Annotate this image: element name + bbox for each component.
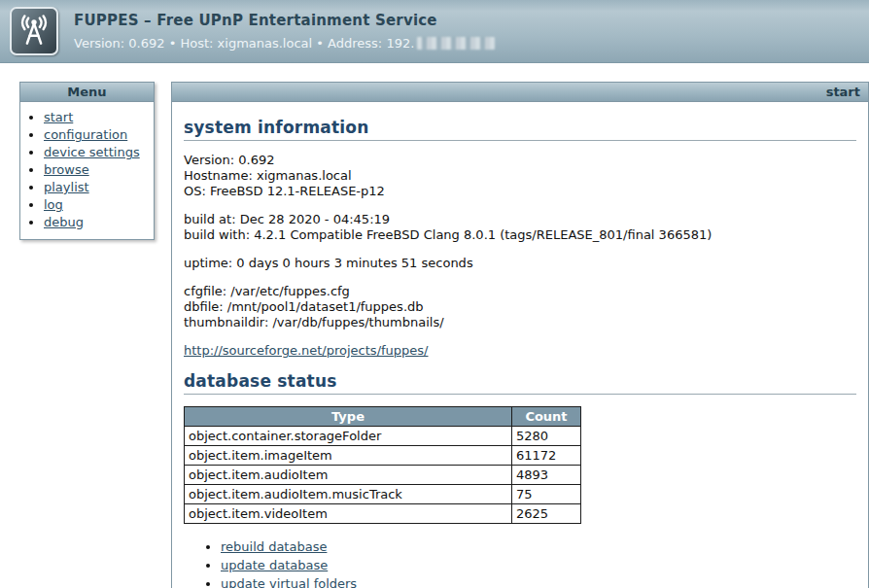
content-body: system information Version: 0.692 Hostna…: [172, 102, 868, 588]
system-information-heading: system information: [184, 118, 856, 137]
banner-text: FUPPES – Free UPnP Entertainment Service…: [74, 12, 495, 51]
table-row: object.item.videoItem 2625: [185, 504, 581, 524]
menu-item-configuration[interactable]: configuration: [44, 127, 127, 142]
update-virtual-folders-link[interactable]: update virtual folders: [221, 576, 357, 588]
spacer: [184, 271, 856, 284]
cell-type: object.container.storageFolder: [185, 427, 512, 446]
current-page-label: start: [826, 85, 860, 99]
cell-type: object.item.audioItem: [185, 466, 512, 485]
cell-count: 5280: [512, 427, 581, 446]
menu-header: Menu: [20, 83, 154, 102]
menu-item-playlist[interactable]: playlist: [44, 180, 89, 194]
menu-list-item: start: [44, 110, 154, 124]
cell-count: 61172: [512, 446, 581, 466]
database-status-table: Type Count object.container.storageFolde…: [184, 406, 581, 524]
cell-type: object.item.imageItem: [185, 446, 512, 466]
build-with-line: build with: 4.2.1 Compatible FreeBSD Cla…: [184, 227, 856, 243]
app-meta: Version: 0.692 • Host: xigmanas.local • …: [74, 36, 495, 51]
cell-type: object.item.videoItem: [185, 504, 512, 524]
spacer: [184, 243, 856, 256]
section-divider: [184, 140, 856, 141]
page: FUPPES – Free UPnP Entertainment Service…: [0, 0, 869, 588]
menu-list-item: configuration: [44, 127, 154, 142]
build-at-line: build at: Dec 28 2020 - 04:45:19: [184, 212, 856, 227]
menu-list-item: playlist: [44, 180, 154, 194]
content-panel: start system information Version: 0.692 …: [171, 82, 869, 588]
hostname-line: Hostname: xigmanas.local: [184, 168, 856, 184]
table-header-row: Type Count: [185, 407, 581, 427]
database-status-heading: database status: [184, 371, 856, 391]
sourceforge-link[interactable]: http://sourceforge.net/projects/fuppes/: [184, 343, 428, 358]
table-row: object.item.imageItem 61172: [185, 446, 581, 466]
dbfile-line: dbfile: /mnt/pool1/dataset1/fuppes.db: [184, 299, 856, 315]
table-row: object.item.audioItem.musicTrack 75: [185, 485, 581, 504]
cell-type: object.item.audioItem.musicTrack: [185, 485, 512, 504]
content-header: start: [172, 83, 868, 102]
menu-item-start[interactable]: start: [44, 110, 73, 124]
spacer: [184, 199, 856, 212]
uptime-line: uptime: 0 days 0 hours 3 minutes 51 seco…: [184, 256, 856, 271]
fuppes-logo: [10, 7, 58, 55]
rebuild-database-link[interactable]: rebuild database: [221, 539, 327, 554]
os-line: OS: FreeBSD 12.1-RELEASE-p12: [184, 184, 856, 199]
version-line: Version: 0.692: [184, 153, 856, 168]
cfgfile-line: cfgfile: /var/etc/fuppes.cfg: [184, 284, 856, 299]
table-header-type: Type: [185, 407, 512, 427]
app-meta-text: Version: 0.692 • Host: xigmanas.local • …: [74, 36, 414, 51]
menu-item-device-settings[interactable]: device settings: [44, 145, 140, 159]
section-divider: [184, 394, 856, 395]
menu-list-item: device settings: [44, 145, 154, 159]
menu-list: start configuration device settings brow…: [20, 110, 154, 229]
thumbnaildir-line: thumbnaildir: /var/db/fuppes/thumbnails/: [184, 315, 856, 330]
menu-list-item: log: [44, 197, 154, 212]
menu-list-item: browse: [44, 162, 154, 177]
menu-item-debug[interactable]: debug: [44, 215, 84, 229]
table-row: object.item.audioItem 4893: [185, 466, 581, 485]
menu-panel: Menu start configuration device settings…: [19, 82, 155, 240]
action-list-item: update database: [221, 558, 856, 572]
app-banner: FUPPES – Free UPnP Entertainment Service…: [0, 0, 869, 63]
antenna-icon: [16, 14, 52, 49]
update-database-link[interactable]: update database: [221, 558, 328, 572]
database-actions-list: rebuild database update database update …: [197, 539, 856, 588]
cell-count: 2625: [512, 504, 581, 524]
table-row: object.container.storageFolder 5280: [185, 427, 581, 446]
menu-list-item: debug: [44, 215, 154, 229]
action-list-item: update virtual folders: [221, 576, 856, 588]
redacted-address: [417, 37, 495, 50]
app-title: FUPPES – Free UPnP Entertainment Service: [74, 12, 495, 29]
cell-count: 75: [512, 485, 581, 504]
menu-item-log[interactable]: log: [44, 197, 63, 212]
action-list-item: rebuild database: [221, 539, 856, 554]
project-link-line: http://sourceforge.net/projects/fuppes/: [184, 343, 856, 358]
table-header-count: Count: [512, 407, 581, 427]
menu-item-browse[interactable]: browse: [44, 162, 89, 177]
cell-count: 4893: [512, 466, 581, 485]
